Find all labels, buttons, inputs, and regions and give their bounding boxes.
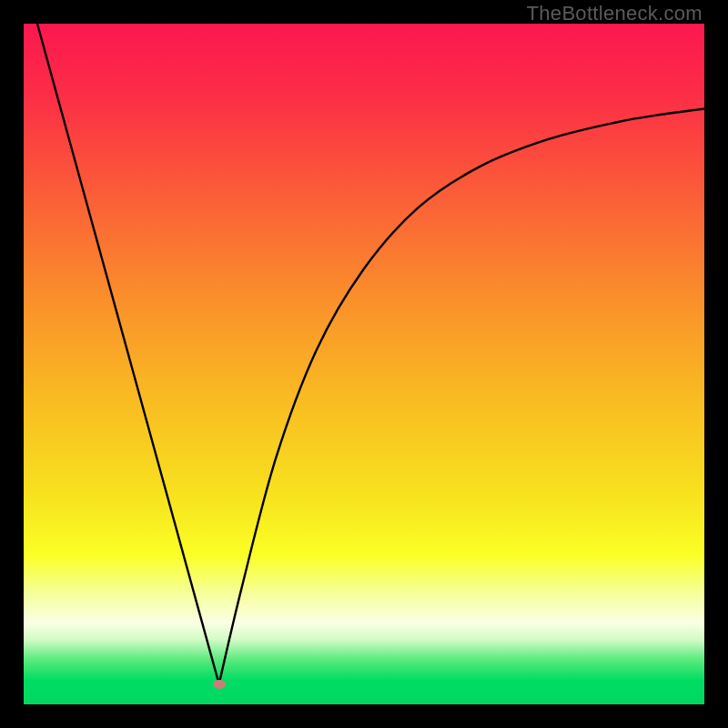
plot-area (24, 24, 704, 704)
curve-path (37, 24, 704, 684)
watermark-text: TheBottleneck.com (527, 2, 703, 25)
min-point-marker (213, 680, 226, 689)
chart-frame: TheBottleneck.com (0, 0, 728, 728)
bottleneck-curve (24, 24, 704, 704)
